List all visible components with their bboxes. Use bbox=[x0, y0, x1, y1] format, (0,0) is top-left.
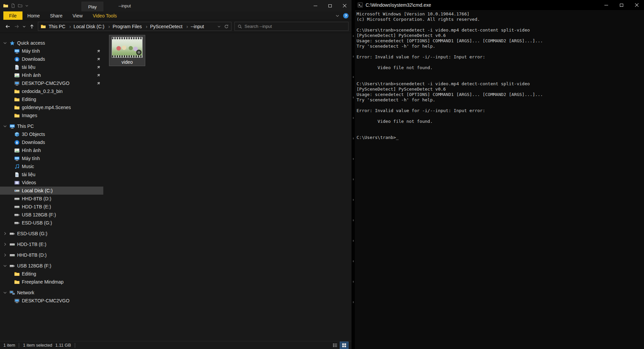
sidebar-item[interactable]: Máy tính bbox=[0, 154, 103, 162]
sidebar-item[interactable]: Editing bbox=[0, 95, 103, 103]
search-input[interactable] bbox=[245, 24, 345, 29]
sidebar-item[interactable]: HHD-8TB (D:) bbox=[0, 195, 103, 203]
minimize-button[interactable] bbox=[308, 0, 323, 11]
expand-chevron-icon[interactable] bbox=[7, 180, 12, 185]
sidebar-item[interactable]: Hình ảnh bbox=[0, 71, 103, 79]
expand-chevron-icon[interactable] bbox=[7, 89, 12, 94]
expand-chevron-icon[interactable] bbox=[7, 156, 12, 161]
sidebar-item[interactable]: HDD-1TB (E:) bbox=[0, 203, 103, 211]
up-button[interactable] bbox=[27, 22, 36, 31]
expand-chevron-icon[interactable] bbox=[7, 65, 12, 69]
ribbon-tab[interactable]: Share bbox=[45, 11, 67, 20]
expand-chevron-icon[interactable] bbox=[7, 57, 12, 61]
search-box[interactable] bbox=[234, 22, 348, 31]
sidebar-item[interactable]: Music bbox=[0, 162, 103, 170]
sidebar-item[interactable]: Máy tính bbox=[0, 47, 103, 55]
sidebar-item[interactable]: Quick access bbox=[0, 39, 103, 47]
sidebar-item[interactable]: cedocida_0.2.3_bin bbox=[0, 87, 103, 95]
qat-customize-chevron-icon[interactable] bbox=[25, 4, 29, 8]
ribbon-tab[interactable]: File bbox=[3, 11, 22, 20]
breadcrumb-item[interactable]: PySceneDetect bbox=[150, 24, 191, 29]
expand-chevron-icon[interactable] bbox=[7, 212, 12, 217]
cmd-close-button[interactable] bbox=[629, 0, 644, 10]
sidebar-item[interactable]: ESD-USB (G:) bbox=[0, 219, 103, 227]
thumbnails-view-button[interactable] bbox=[340, 342, 348, 349]
expand-chevron-icon[interactable] bbox=[7, 280, 12, 284]
chevron-down-icon[interactable] bbox=[3, 41, 7, 45]
sidebar-item[interactable]: HHD-8TB (D:) bbox=[0, 251, 103, 259]
sidebar-item[interactable]: USB 128GB (F:) bbox=[0, 211, 103, 219]
qat-new-folder-icon[interactable] bbox=[18, 3, 22, 8]
cmd-maximize-button[interactable] bbox=[614, 0, 629, 10]
ribbon-tab[interactable]: Video Tools bbox=[88, 11, 122, 20]
help-icon[interactable]: ? bbox=[343, 13, 348, 18]
breadcrumb-item[interactable]: Local Disk (C:) bbox=[73, 24, 112, 29]
expand-chevron-icon[interactable] bbox=[7, 132, 12, 137]
chevron-right-icon[interactable] bbox=[3, 231, 7, 236]
back-button[interactable] bbox=[3, 22, 12, 31]
sidebar-item[interactable]: Hình ảnh bbox=[0, 146, 103, 154]
expand-chevron-icon[interactable] bbox=[7, 298, 12, 303]
expand-chevron-icon[interactable] bbox=[7, 220, 12, 225]
sidebar-item[interactable]: 3D Objects bbox=[0, 130, 103, 138]
chevron-down-icon[interactable] bbox=[3, 290, 7, 295]
chevron-right-icon[interactable] bbox=[3, 242, 7, 247]
chevron-down-icon[interactable] bbox=[3, 124, 7, 129]
expand-chevron-icon[interactable] bbox=[7, 271, 12, 276]
address-dropdown-chevron-icon[interactable] bbox=[217, 24, 221, 29]
expand-chevron-icon[interactable] bbox=[7, 164, 12, 169]
sidebar-item[interactable]: Images bbox=[0, 111, 103, 119]
contextual-tab-play[interactable]: Play bbox=[82, 2, 103, 11]
forward-button[interactable] bbox=[12, 22, 21, 31]
sidebar-item[interactable]: DESKTOP-CMC2VGO bbox=[0, 79, 103, 87]
sidebar-item[interactable]: Downloads bbox=[0, 138, 103, 146]
expand-ribbon-chevron-icon[interactable] bbox=[335, 13, 340, 18]
breadcrumb-item[interactable]: Program Files bbox=[113, 24, 150, 29]
sidebar-item[interactable]: Network bbox=[0, 289, 103, 297]
expand-chevron-icon[interactable] bbox=[7, 188, 12, 193]
cmd-minimize-button[interactable] bbox=[599, 0, 614, 10]
refresh-icon[interactable] bbox=[224, 24, 229, 29]
maximize-button[interactable] bbox=[323, 0, 337, 11]
close-icon bbox=[342, 4, 346, 8]
expand-chevron-icon[interactable] bbox=[7, 204, 12, 209]
chevron-right-icon[interactable] bbox=[3, 253, 7, 257]
sidebar-item[interactable]: USB 128GB (F:) bbox=[0, 262, 103, 270]
expand-chevron-icon[interactable] bbox=[7, 73, 12, 78]
recent-locations-button[interactable] bbox=[21, 22, 27, 31]
sidebar-item[interactable]: DESKTOP-CMC2VGO bbox=[0, 297, 103, 305]
breadcrumb-item[interactable]: This PC bbox=[49, 24, 73, 29]
ribbon-tab-label: Video Tools bbox=[93, 13, 117, 18]
sidebar-item[interactable]: Videos bbox=[0, 179, 103, 187]
close-button[interactable] bbox=[337, 0, 352, 11]
file-list-area[interactable]: video bbox=[103, 33, 352, 341]
expand-chevron-icon[interactable] bbox=[7, 105, 12, 110]
ribbon-tab[interactable]: Home bbox=[22, 11, 45, 20]
breadcrumb-item[interactable]: --input bbox=[191, 24, 204, 29]
expand-chevron-icon[interactable] bbox=[7, 97, 12, 102]
expand-chevron-icon[interactable] bbox=[7, 196, 12, 201]
console[interactable]: Microsoft Windows [Version 10.0.19044.17… bbox=[355, 10, 644, 349]
sidebar-item[interactable]: This PC bbox=[0, 122, 103, 130]
expand-chevron-icon[interactable] bbox=[7, 49, 12, 53]
sidebar-item[interactable]: Downloads bbox=[0, 55, 103, 63]
sidebar-item[interactable]: Local Disk (C:) bbox=[0, 187, 103, 195]
expand-chevron-icon[interactable] bbox=[7, 140, 12, 145]
sidebar-item[interactable]: ESD-USB (G:) bbox=[0, 230, 103, 238]
ribbon-tab[interactable]: View bbox=[67, 11, 88, 20]
file-item[interactable]: video bbox=[109, 35, 145, 66]
expand-chevron-icon[interactable] bbox=[7, 113, 12, 118]
qat-properties-icon[interactable] bbox=[11, 3, 15, 8]
chevron-down-icon[interactable] bbox=[3, 263, 7, 268]
expand-chevron-icon[interactable] bbox=[7, 81, 12, 86]
address-bar[interactable]: This PC Local Disk (C:) Program Files Py… bbox=[38, 22, 231, 31]
sidebar-item[interactable]: Editing bbox=[0, 270, 103, 278]
sidebar-item[interactable]: goldeneye.mp4.Scenes bbox=[0, 103, 103, 111]
expand-chevron-icon[interactable] bbox=[7, 172, 12, 177]
sidebar-item[interactable]: Freeplane Mindmap bbox=[0, 278, 103, 286]
expand-chevron-icon[interactable] bbox=[7, 148, 12, 153]
sidebar-item[interactable]: tài liệu bbox=[0, 170, 103, 179]
details-view-button[interactable] bbox=[331, 342, 339, 349]
sidebar-item[interactable]: tài liệu bbox=[0, 63, 103, 71]
sidebar-item[interactable]: HDD-1TB (E:) bbox=[0, 240, 103, 248]
